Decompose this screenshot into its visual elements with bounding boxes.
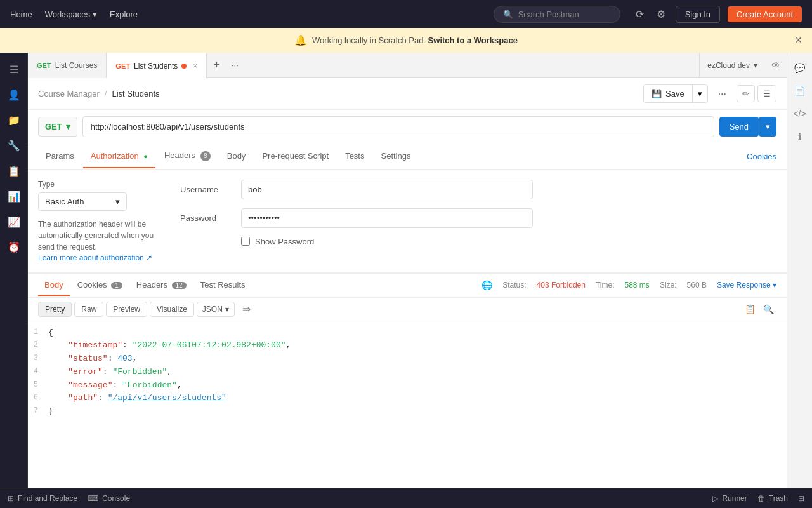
wrap-lines-button[interactable]: ⇒ bbox=[237, 302, 256, 316]
switch-workspace-link[interactable]: Switch to a Workspace bbox=[428, 36, 518, 45]
save-dropdown-button[interactable]: ▾ bbox=[692, 85, 707, 102]
edit-icons: ✏ ☰ bbox=[737, 85, 776, 102]
find-icon: ⊞ bbox=[8, 494, 14, 503]
tab-list-courses[interactable]: GET List Courses bbox=[28, 53, 107, 78]
search-bar[interactable]: 🔍 Search Postman bbox=[494, 6, 620, 23]
status-label: Status: bbox=[502, 281, 526, 290]
save-button[interactable]: 💾 Save bbox=[644, 85, 692, 102]
resp-tab-headers[interactable]: Headers 12 bbox=[130, 275, 193, 296]
resp-tab-body[interactable]: Body bbox=[38, 275, 70, 296]
json-line-1: 1 { bbox=[28, 326, 787, 340]
right-sidebar-code-icon[interactable]: </> bbox=[788, 104, 811, 124]
nav-workspaces[interactable]: Workspaces ▾ bbox=[45, 10, 97, 19]
req-tab-headers[interactable]: Headers 8 bbox=[157, 144, 218, 169]
search-response-button[interactable]: 🔍 bbox=[761, 302, 776, 317]
nav-explore[interactable]: Explore bbox=[110, 10, 138, 19]
description-button[interactable]: ☰ bbox=[757, 85, 776, 102]
response-section: Body Cookies 1 Headers 12 Test Results bbox=[28, 273, 787, 505]
edit-button[interactable]: ✏ bbox=[737, 85, 755, 102]
add-tab-button[interactable]: + bbox=[207, 58, 226, 72]
tab-list-students[interactable]: GET List Students × bbox=[107, 53, 207, 78]
sidebar-team-icon[interactable]: 👤 bbox=[3, 83, 25, 106]
method-selector[interactable]: GET ▾ bbox=[38, 117, 77, 137]
tabs-more-button[interactable]: ··· bbox=[226, 60, 244, 70]
size-label: Size: bbox=[660, 281, 677, 290]
settings-icon[interactable]: ⚙ bbox=[654, 6, 668, 23]
show-password-label[interactable]: Show Password bbox=[255, 237, 314, 246]
nav-left: Home Workspaces ▾ Explore bbox=[10, 10, 481, 19]
main-layout: ☰ 👤 📁 🔧 📋 📊 📈 ⏰ GET List Courses GET Lis… bbox=[0, 53, 812, 505]
create-account-button[interactable]: Create Account bbox=[728, 6, 802, 22]
close-banner-button[interactable]: × bbox=[795, 34, 802, 47]
format-preview-button[interactable]: Preview bbox=[106, 302, 147, 317]
right-sidebar-comment-icon[interactable]: 💬 bbox=[789, 58, 810, 78]
workspace-name: ezCloud dev bbox=[707, 61, 750, 70]
tab-close-icon[interactable]: × bbox=[193, 62, 197, 70]
response-status-info: 🌐 Status: 403 Forbidden Time: 588 ms Siz… bbox=[481, 280, 776, 290]
req-tab-tests[interactable]: Tests bbox=[337, 145, 372, 168]
resp-tab-test-results[interactable]: Test Results bbox=[194, 275, 252, 296]
status-globe-icon: 🌐 bbox=[481, 280, 492, 290]
format-raw-button[interactable]: Raw bbox=[74, 302, 103, 317]
layout-toggle-button[interactable]: ⊟ bbox=[798, 494, 804, 503]
workspace-chevron-icon: ▾ bbox=[754, 61, 757, 70]
breadcrumb-parent[interactable]: Course Manager bbox=[38, 89, 100, 98]
req-tab-settings[interactable]: Settings bbox=[373, 145, 418, 168]
format-pretty-button[interactable]: Pretty bbox=[38, 302, 72, 317]
format-type-selector[interactable]: JSON ▾ bbox=[197, 302, 235, 317]
workspace-selector[interactable]: ezCloud dev ▾ bbox=[699, 53, 765, 77]
auth-username-field: Username bbox=[180, 180, 776, 199]
req-tab-params[interactable]: Params bbox=[38, 145, 82, 168]
more-options-button[interactable]: ··· bbox=[713, 86, 731, 102]
json-line-2: 2 "timestamp": "2022-07-06T07:12:02.982+… bbox=[28, 339, 787, 352]
save-response-chevron: ▾ bbox=[773, 281, 776, 290]
bottom-bar-left: ⊞ Find and Replace ⌨ Console bbox=[8, 494, 130, 503]
url-input[interactable] bbox=[82, 116, 714, 137]
password-input[interactable] bbox=[241, 208, 533, 228]
console-button[interactable]: ⌨ Console bbox=[88, 494, 130, 503]
right-sidebar-docs-icon[interactable]: 📄 bbox=[789, 81, 810, 101]
req-tab-body[interactable]: Body bbox=[219, 145, 254, 168]
breadcrumb: Course Manager / List Students bbox=[38, 89, 160, 98]
req-tab-pre-request[interactable]: Pre-request Script bbox=[254, 145, 336, 168]
sidebar-history-icon[interactable]: 📋 bbox=[3, 159, 25, 182]
format-visualize-button[interactable]: Visualize bbox=[150, 302, 194, 317]
sidebar-flows-icon[interactable]: ⏰ bbox=[3, 236, 25, 258]
cookies-button[interactable]: Cookies bbox=[747, 152, 776, 161]
right-sidebar: 💬 📄 </> ℹ bbox=[787, 53, 812, 505]
sidebar-monitor-icon[interactable]: 📈 bbox=[3, 210, 25, 233]
sidebar-mock-icon[interactable]: 📊 bbox=[3, 185, 25, 208]
save-response-button[interactable]: Save Response ▾ bbox=[717, 281, 776, 290]
breadcrumb-bar: Course Manager / List Students 💾 Save ▾ … bbox=[28, 78, 787, 110]
auth-type-selector[interactable]: Basic Auth ▾ bbox=[38, 192, 127, 211]
req-tab-authorization[interactable]: Authorization ● bbox=[83, 145, 155, 168]
sidebar-new-tab-icon[interactable]: ☰ bbox=[3, 58, 25, 81]
tab-label-active: List Students bbox=[134, 62, 178, 70]
nav-home[interactable]: Home bbox=[10, 10, 32, 19]
resp-tab-cookies[interactable]: Cookies 1 bbox=[71, 275, 129, 296]
console-icon: ⌨ bbox=[88, 494, 98, 503]
send-button[interactable]: Send bbox=[719, 117, 759, 137]
search-icon: 🔍 bbox=[503, 10, 513, 19]
runner-button[interactable]: ▷ Runner bbox=[712, 494, 747, 503]
find-replace-button[interactable]: ⊞ Find and Replace bbox=[8, 494, 77, 503]
chevron-down-icon: ▾ bbox=[93, 10, 97, 19]
sync-icon[interactable]: ⟳ bbox=[633, 6, 646, 23]
show-password-checkbox[interactable] bbox=[241, 237, 250, 246]
sidebar-collection-icon[interactable]: 📁 bbox=[3, 109, 25, 131]
username-input[interactable] bbox=[241, 180, 533, 199]
trash-button[interactable]: 🗑 Trash bbox=[757, 494, 788, 503]
sidebar-environment-icon[interactable]: 🔧 bbox=[3, 134, 25, 157]
auth-description: The authorization header will be automat… bbox=[38, 218, 165, 253]
auth-panel: Type Basic Auth ▾ The authorization head… bbox=[28, 170, 787, 273]
json-line-4: 4 "error": "Forbidden", bbox=[28, 366, 787, 379]
bottom-bar-right: ▷ Runner 🗑 Trash ⊟ bbox=[712, 494, 804, 503]
sign-in-button[interactable]: Sign In bbox=[676, 6, 720, 23]
right-sidebar-info-icon[interactable]: ℹ bbox=[793, 126, 806, 147]
auth-learn-more-link[interactable]: Learn more about authorization ↗ bbox=[38, 253, 152, 262]
copy-response-button[interactable]: 📋 bbox=[742, 302, 758, 317]
view-docs-icon[interactable]: 👁 bbox=[765, 60, 787, 70]
response-format-bar: Pretty Raw Preview Visualize JSON ▾ ⇒ 📋 … bbox=[28, 298, 787, 321]
send-dropdown-button[interactable]: ▾ bbox=[759, 117, 776, 137]
tab-method-get: GET bbox=[37, 62, 51, 69]
